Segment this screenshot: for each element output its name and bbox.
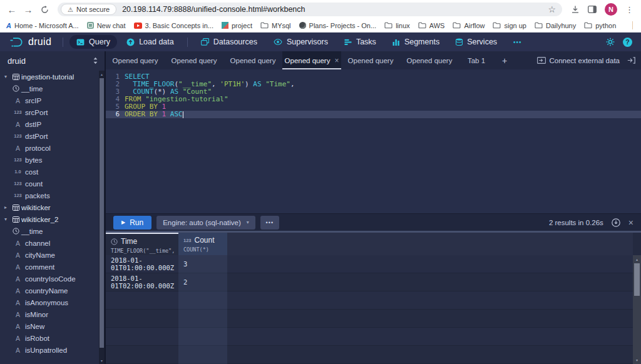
- druid-logo[interactable]: druid: [0, 36, 58, 48]
- scroll-down-icon[interactable]: ▾: [633, 358, 641, 362]
- tab-6[interactable]: Opened query: [400, 51, 459, 69]
- bookmark-item[interactable]: AHome - Microsoft A...: [6, 22, 79, 29]
- sql-editor[interactable]: 1SELECT2 TIME_FLOOR("__time", 'PT1H') AS…: [106, 69, 641, 213]
- nav-load-data[interactable]: Load data: [120, 35, 181, 49]
- bookmark-item[interactable]: 3. Basic Concepts in...: [134, 22, 213, 29]
- chevron-down-icon[interactable]: ▾: [4, 74, 13, 79]
- back-icon[interactable]: ←: [4, 4, 20, 15]
- tree-item-bytes[interactable]: 123bytes: [0, 154, 99, 166]
- download-results-icon[interactable]: [612, 218, 620, 227]
- youtube-icon: [134, 23, 142, 29]
- sidebar-scrollbar[interactable]: ▴ ▾: [99, 71, 105, 364]
- help-icon[interactable]: ?: [623, 38, 632, 47]
- tree-item-cityName[interactable]: AcityName: [0, 249, 99, 261]
- editor-line-4[interactable]: 4FROM "ingestion-tutorial": [106, 96, 641, 103]
- tree-item-__time[interactable]: __time: [0, 225, 99, 237]
- reload-icon[interactable]: [36, 6, 53, 14]
- scroll-up-icon[interactable]: ▴: [99, 72, 105, 76]
- tree-item-__time[interactable]: __time: [0, 83, 99, 94]
- close-results-icon[interactable]: ×: [628, 218, 633, 228]
- sidebar-scroll-thumb[interactable]: [100, 78, 104, 348]
- tree-item-count[interactable]: 123count: [0, 178, 99, 190]
- open-right-panel-icon[interactable]: [627, 57, 635, 64]
- tree-item-channel[interactable]: Achannel: [0, 237, 99, 249]
- schema-name: druid: [8, 56, 26, 66]
- bookmark-item[interactable]: python: [584, 22, 616, 29]
- url-text[interactable]: 20.198.114.79:8888/unified-console.html#…: [122, 5, 545, 14]
- tab-5[interactable]: Opened query: [341, 51, 400, 69]
- nav-more[interactable]: •••: [506, 36, 529, 48]
- tree-item-ingestion-tutorial[interactable]: ▾ingestion-tutorial: [0, 71, 99, 83]
- tab-2[interactable]: Opened query: [165, 51, 223, 69]
- avatar[interactable]: N: [605, 3, 617, 16]
- chevron-right-icon[interactable]: ▸: [4, 205, 13, 210]
- nav-tasks[interactable]: Tasks: [337, 35, 383, 49]
- tree-item-dstIP[interactable]: AdstIP: [0, 118, 99, 130]
- editor-line-6[interactable]: 6ORDER BY 1 ASC: [106, 111, 641, 118]
- run-button[interactable]: ▶ Run: [113, 216, 151, 230]
- table-row[interactable]: 2018-01-01T01:00:00.000Z3: [106, 255, 633, 273]
- tree-item-srcIP[interactable]: AsrcIP: [0, 94, 99, 106]
- bookmark-item[interactable]: New chat: [87, 22, 126, 29]
- tree-item-label: __time: [21, 228, 43, 235]
- downloads-icon[interactable]: [571, 5, 580, 14]
- results-scroll-thumb[interactable]: [634, 263, 640, 296]
- bookmark-item[interactable]: MYsql: [260, 22, 291, 29]
- tab-label: +: [502, 56, 507, 66]
- tree-item-dstPort[interactable]: 123dstPort: [0, 130, 99, 142]
- bookmark-item[interactable]: Airflow: [453, 22, 485, 29]
- bookmarks-bar: AHome - Microsoft A...New chat3. Basic C…: [0, 19, 641, 33]
- tree-item-protocol[interactable]: Aprotocol: [0, 142, 99, 154]
- bookmark-item[interactable]: linux: [384, 22, 410, 29]
- new-tab-button[interactable]: +: [494, 51, 515, 69]
- address-bar[interactable]: ⚠ Not secure 20.198.114.79:8888/unified-…: [58, 3, 562, 16]
- bookmark-item[interactable]: project: [222, 22, 252, 29]
- tree-item-countryIsoCode[interactable]: AcountryIsoCode: [0, 273, 99, 285]
- scroll-down-icon[interactable]: ▾: [99, 358, 105, 363]
- tree-item-isNew[interactable]: AisNew: [0, 320, 99, 332]
- nav-services[interactable]: Services: [449, 35, 504, 49]
- tree-item-isUnpatrolled[interactable]: AisUnpatrolled: [0, 344, 99, 356]
- editor-line-5[interactable]: 5GROUP BY 1: [106, 103, 641, 111]
- side-panel-icon[interactable]: [588, 6, 597, 13]
- gear-icon[interactable]: [606, 38, 615, 46]
- chevron-down-icon[interactable]: ▾: [4, 216, 13, 222]
- bookmark-item[interactable]: AWS: [418, 22, 445, 29]
- engine-select[interactable]: Engine: auto (sql-native) ▾: [156, 216, 255, 230]
- security-chip[interactable]: ⚠ Not secure: [61, 4, 116, 15]
- tab-1[interactable]: Opened query: [106, 51, 165, 69]
- nav-supervisors[interactable]: Supervisors: [267, 35, 335, 49]
- schema-selector[interactable]: druid: [0, 51, 105, 70]
- table-row[interactable]: 2018-01-01T02:00:00.000Z2: [106, 273, 633, 291]
- bookmark-item[interactable]: Dailyhuny: [535, 22, 576, 29]
- results-scrollbar[interactable]: ▴ ▾: [633, 255, 641, 364]
- tab-3[interactable]: Opened query: [223, 51, 282, 69]
- nav-datasources[interactable]: Datasources: [194, 35, 264, 49]
- tree-item-cost[interactable]: 1.0cost: [0, 166, 99, 178]
- tab-7[interactable]: Tab 1: [459, 51, 494, 69]
- tree-item-wikiticker_2[interactable]: ▾wikiticker_2: [0, 213, 99, 225]
- column-header-count[interactable]: 123CountCOUNT(*): [178, 233, 227, 255]
- connect-external-data-button[interactable]: Connect external data: [537, 57, 620, 64]
- tree-item-isMinor[interactable]: AisMinor: [0, 308, 99, 320]
- tree-item-countryName[interactable]: AcountryName: [0, 285, 99, 296]
- tree-item-packets[interactable]: 123packets: [0, 190, 99, 201]
- tree-item-isRobot[interactable]: AisRobot: [0, 332, 99, 344]
- query-more-button[interactable]: •••: [260, 216, 279, 230]
- tree-item-isAnonymous[interactable]: AisAnonymous: [0, 296, 99, 308]
- close-tab-icon[interactable]: ×: [334, 56, 339, 65]
- tree-item-wikiticker[interactable]: ▸wikiticker: [0, 201, 99, 213]
- bookmark-item[interactable]: sign up: [493, 22, 526, 29]
- column-header-time[interactable]: TimeTIME_FLOOR("__time", 'PT1H…: [106, 233, 178, 255]
- tree-item-comment[interactable]: Acomment: [0, 261, 99, 273]
- string-type-icon: A: [13, 311, 23, 318]
- tree-item-srcPort[interactable]: 123srcPort: [0, 106, 99, 118]
- forward-icon[interactable]: →: [20, 4, 36, 15]
- nav-query[interactable]: Query: [69, 35, 117, 49]
- scroll-up-icon[interactable]: ▴: [633, 257, 641, 261]
- nav-segments[interactable]: Segments: [386, 35, 446, 49]
- tab-4[interactable]: Opened query×: [282, 51, 341, 69]
- bookmark-star-icon[interactable]: ☆: [548, 4, 556, 14]
- browser-menu-icon[interactable]: ⋮: [625, 5, 633, 14]
- bookmark-item[interactable]: Plans- Projects - On...: [299, 22, 377, 29]
